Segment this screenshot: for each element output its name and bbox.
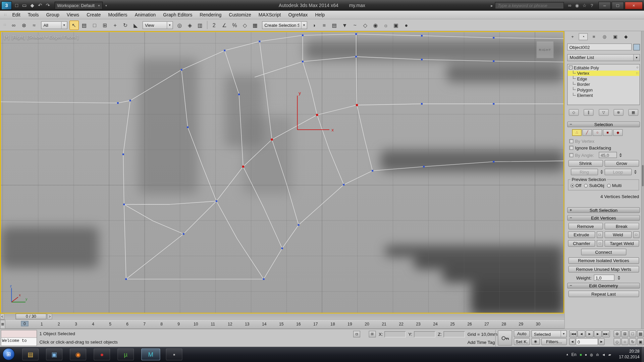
- menu-help[interactable]: Help: [311, 12, 328, 17]
- frame-tick-7[interactable]: 7: [143, 322, 146, 326]
- pan-icon[interactable]: ○: [622, 338, 629, 345]
- tray-green-icon[interactable]: ■: [580, 352, 582, 356]
- command-panel-scrollbar[interactable]: [641, 31, 644, 329]
- graphite-ribbon-icon[interactable]: ▼: [340, 20, 350, 30]
- tray-overflow-icon[interactable]: ▴: [567, 353, 568, 356]
- menu-maxscript[interactable]: MAXScript: [255, 12, 285, 17]
- selection-rollout-header[interactable]: − Selection: [567, 121, 640, 127]
- chamfer-button[interactable]: Chamfer: [568, 240, 595, 247]
- menu-create[interactable]: Create: [83, 12, 104, 17]
- stack-row-editable-poly[interactable]: −Editable Poly○: [568, 65, 639, 70]
- preview-off-radio[interactable]: Off: [571, 183, 581, 188]
- frame-tick-23[interactable]: 23: [416, 322, 421, 326]
- frame-tick-22[interactable]: 22: [399, 322, 404, 326]
- language-indicator[interactable]: En: [571, 352, 576, 357]
- show-end-result-icon[interactable]: ∥: [584, 109, 593, 116]
- angle-value-field[interactable]: [599, 152, 617, 158]
- use-pivot-point-icon[interactable]: ◎: [175, 20, 184, 30]
- percent-snap-icon[interactable]: %: [230, 20, 239, 30]
- x-coord-field[interactable]: [384, 331, 406, 337]
- bind-to-space-warp-icon[interactable]: ≈: [30, 20, 39, 30]
- preview-subobj-radio[interactable]: SubObj: [584, 183, 604, 188]
- remove-isolated-vertices-button[interactable]: Remove Isolated Vertices: [568, 257, 639, 264]
- transform-type-in-icon[interactable]: ⊞: [369, 331, 376, 338]
- stack-row-edge[interactable]: Edge: [568, 76, 639, 82]
- frame-tick-19[interactable]: 19: [347, 322, 352, 326]
- add-time-tag[interactable]: Add Time Tag: [467, 340, 495, 345]
- preview-multi-radio[interactable]: Multi: [607, 183, 622, 188]
- y-coord-field[interactable]: [414, 331, 435, 337]
- show-desktop-button[interactable]: [641, 347, 644, 362]
- help-search-input[interactable]: [495, 2, 564, 9]
- tray-network-icon[interactable]: ılı: [596, 352, 599, 356]
- menu-customize[interactable]: Customize: [225, 12, 255, 17]
- select-and-move-icon[interactable]: +: [110, 20, 120, 30]
- taskbar-tool-icon[interactable]: ▪: [166, 349, 182, 361]
- checkbox[interactable]: [569, 153, 573, 157]
- configure-modifier-sets-icon[interactable]: ▦: [628, 109, 638, 116]
- frame-tick-2[interactable]: 2: [58, 322, 60, 326]
- stack-row-border[interactable]: Border: [568, 81, 639, 87]
- communication-center-icon[interactable]: ◉: [573, 3, 581, 8]
- border-mode-icon[interactable]: ○: [593, 129, 602, 136]
- stack-row-toggle-icon[interactable]: ∷: [636, 71, 638, 75]
- taskbar-app-red-icon[interactable]: ●: [94, 349, 110, 361]
- frame-decrement-button[interactable]: ◀: [569, 338, 575, 345]
- unlink-selection-icon[interactable]: ⊗: [19, 20, 29, 30]
- spinner-snap-icon[interactable]: ◇: [240, 20, 250, 30]
- checkbox[interactable]: [569, 146, 573, 150]
- viewport[interactable]: yx [+] [Right] [Shaded + Edged Faces ] R…: [0, 31, 564, 313]
- frame-tick-1[interactable]: 1: [41, 322, 43, 326]
- close-button[interactable]: ×: [625, 1, 643, 9]
- frame-tick-29[interactable]: 29: [519, 322, 523, 326]
- selection-filter-dropdown[interactable]: All▼: [41, 21, 67, 29]
- frame-tick-26[interactable]: 26: [467, 322, 472, 326]
- timeline-ruler[interactable]: 0123456789101112131415161718192021222324…: [5, 320, 565, 329]
- listener-line[interactable]: Welcome to: [1, 338, 37, 346]
- time-slider-handle[interactable]: 0 / 30: [16, 314, 47, 319]
- play-button[interactable]: ▶: [586, 330, 593, 338]
- weld-settings-icon[interactable]: □: [633, 232, 639, 238]
- frame-tick-8[interactable]: 8: [160, 322, 163, 326]
- orbit-icon[interactable]: ↻: [629, 338, 636, 345]
- tray-clock-icon[interactable]: ◍: [590, 352, 593, 356]
- redo-icon[interactable]: ↷: [44, 1, 52, 9]
- extrude-button[interactable]: Extrude: [568, 232, 595, 238]
- key-filter-dropdown[interactable]: Selected ▼: [531, 330, 567, 338]
- connect-button[interactable]: Connect: [581, 249, 626, 255]
- ignore-backfacing-checkbox-row[interactable]: Ignore Backfacing: [569, 145, 640, 150]
- motion-tab[interactable]: ◎: [600, 33, 609, 40]
- frame-tick-13[interactable]: 13: [245, 322, 250, 326]
- select-and-rotate-icon[interactable]: ↻: [121, 20, 130, 30]
- element-mode-icon[interactable]: ◆: [613, 129, 623, 136]
- go-to-end-button[interactable]: ▶▶|: [602, 330, 610, 338]
- mini-curve-editor-button[interactable]: ▦: [0, 320, 5, 329]
- help-icon[interactable]: ?: [588, 3, 595, 8]
- previous-frame-button[interactable]: ◀: [578, 330, 585, 338]
- rendered-frame-window-icon[interactable]: ▣: [391, 20, 401, 30]
- tray-flag-icon[interactable]: ▰: [608, 352, 611, 356]
- frame-tick-20[interactable]: 20: [365, 322, 369, 326]
- select-by-name-icon[interactable]: ▤: [79, 20, 89, 30]
- zoom-extents-icon[interactable]: □: [629, 330, 636, 338]
- menu-tools[interactable]: Tools: [24, 12, 43, 17]
- reference-coordinate-dropdown[interactable]: View▼: [143, 21, 173, 29]
- chamfer-settings-icon[interactable]: □: [597, 240, 603, 247]
- extrude-settings-icon[interactable]: □: [597, 232, 603, 238]
- collapse-icon[interactable]: −: [569, 66, 573, 69]
- current-frame-field[interactable]: [576, 338, 598, 345]
- application-menu-button[interactable]: 3: [1, 1, 12, 10]
- frame-tick-9[interactable]: 9: [177, 322, 180, 326]
- time-slider-track[interactable]: 0 / 30 >: [4, 314, 564, 319]
- frame-tick-30[interactable]: 30: [536, 322, 540, 326]
- display-tab[interactable]: ▣: [611, 33, 620, 40]
- menu-graph-editors[interactable]: Graph Editors: [159, 12, 196, 17]
- menu-group[interactable]: Group: [43, 12, 63, 17]
- viewcube[interactable]: RIGHT: [536, 41, 553, 58]
- render-setup-icon[interactable]: ☼: [381, 20, 390, 30]
- favorites-icon[interactable]: ☆: [581, 3, 588, 8]
- zoom-all-icon[interactable]: ⊞: [622, 330, 629, 338]
- taskbar-3dsmax-icon[interactable]: M: [141, 349, 160, 361]
- menu-ogremax[interactable]: OgreMax: [284, 12, 311, 17]
- menu-modifiers[interactable]: Modifiers: [104, 12, 131, 17]
